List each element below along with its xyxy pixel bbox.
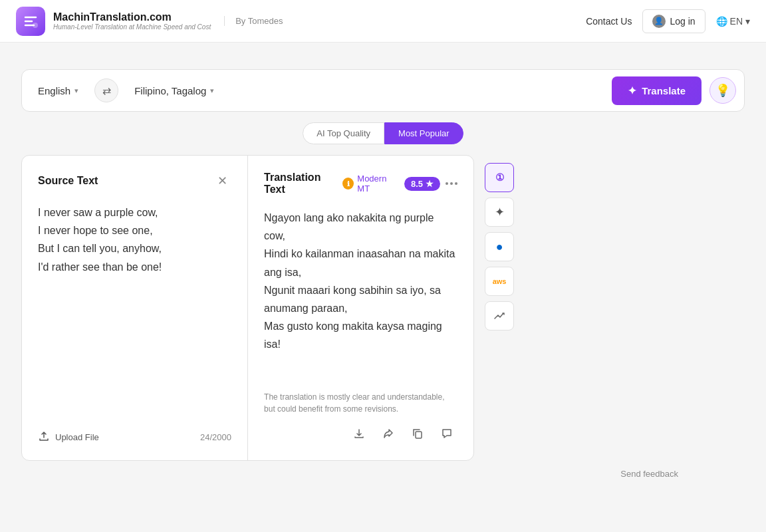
chart-icon (493, 309, 506, 323)
globe-icon: 🌐 (716, 16, 727, 27)
sidebar-openai-button[interactable]: ✦ (485, 198, 514, 227)
source-line-3: But I can tell you, anyhow, (38, 239, 231, 257)
source-line-1: I never saw a purple cow, (38, 203, 231, 221)
translated-text-content: Ngayon lang ako nakakita ng purple cow, … (264, 209, 457, 380)
dot-3 (455, 182, 457, 185)
translator-bar: English ▾ ⇄ Filipino, Tagalog ▾ ✦ Transl… (21, 69, 745, 112)
main-content: English ▾ ⇄ Filipino, Tagalog ▾ ✦ Transl… (0, 43, 766, 492)
translated-line-2: Hindi ko kailanman inaasahan na makita a… (264, 245, 457, 281)
sparkle-icon: ✦ (628, 84, 636, 97)
target-panel-footer: The translation is mostly clear and unde… (264, 380, 457, 444)
default-engine-icon: ① (495, 172, 504, 184)
source-line-4: I'd rather see than be one! (38, 258, 231, 276)
target-lang-chevron-icon: ▾ (210, 86, 214, 95)
contact-us-link[interactable]: Contact Us (586, 16, 632, 27)
login-label: Log in (670, 16, 695, 27)
target-panel-title: Translation Text (264, 172, 342, 196)
quality-tabs: AI Top Quality Most Popular (21, 122, 745, 144)
chevron-down-icon: ▾ (745, 16, 750, 27)
lightbulb-button[interactable]: 💡 (709, 77, 736, 104)
login-button[interactable]: 👤 Log in (642, 9, 705, 33)
dot-2 (450, 182, 453, 185)
upload-file-button[interactable]: Upload File (38, 430, 99, 444)
translated-line-4: Mas gusto kong makita kaysa maging isa! (264, 317, 457, 353)
translated-line-3: Ngunit maaari kong sabihin sa iyo, sa an… (264, 281, 457, 317)
score-badge: 8.5 ★ (404, 177, 440, 191)
source-language-label: English (38, 85, 70, 96)
tab-ai-top-quality[interactable]: AI Top Quality (303, 122, 384, 144)
lightbulb-icon: 💡 (715, 83, 730, 98)
action-buttons (264, 423, 457, 444)
source-panel-header: Source Text ✕ (38, 172, 231, 190)
translation-meta: ℹ Modern MT 8.5 ★ (342, 174, 457, 194)
translate-button-label: Translate (642, 85, 686, 96)
char-count: 24/2000 (200, 432, 231, 442)
source-lang-chevron-icon: ▾ (74, 86, 78, 95)
source-panel-footer: Upload File 24/2000 (38, 420, 231, 444)
header-left: MachinTranslation.com Human-Level Transl… (16, 7, 283, 36)
svg-point-0 (33, 23, 38, 28)
user-avatar-icon: 👤 (652, 15, 666, 28)
source-text-content[interactable]: I never saw a purple cow, I never hope t… (38, 203, 231, 420)
modern-mt-icon: ℹ (342, 178, 354, 190)
download-button[interactable] (348, 423, 370, 444)
score-value: 8.5 (411, 179, 423, 189)
translation-panel: Source Text ✕ I never saw a purple cow, … (21, 155, 474, 461)
header-right: Contact Us 👤 Log in 🌐 EN ▾ (586, 9, 750, 33)
score-star-icon: ★ (426, 179, 434, 189)
more-options-button[interactable] (446, 182, 457, 185)
source-panel: Source Text ✕ I never saw a purple cow, … (22, 156, 248, 460)
deepl-icon: ● (496, 240, 503, 254)
logo-title: MachinTranslation.com (53, 11, 211, 23)
modern-mt-info: ℹ Modern MT (342, 174, 399, 194)
tab-most-popular[interactable]: Most Popular (384, 122, 463, 144)
source-line-2: I never hope to see one, (38, 221, 231, 239)
upload-file-label: Upload File (55, 432, 99, 442)
comment-button[interactable] (436, 423, 457, 444)
target-language-label: Filipino, Tagalog (134, 85, 206, 96)
logo-icon (16, 7, 45, 36)
globe-lang: EN (730, 16, 743, 27)
sidebar-deepl-button[interactable]: ● (485, 232, 514, 261)
target-panel-header: Translation Text ℹ Modern MT 8.5 ★ (264, 172, 457, 196)
header: MachinTranslation.com Human-Level Transl… (0, 0, 766, 43)
close-source-button[interactable]: ✕ (213, 172, 231, 190)
target-panel: Translation Text ℹ Modern MT 8.5 ★ (248, 156, 473, 460)
quality-note: The translation is mostly clear and unde… (264, 391, 457, 415)
source-language-selector[interactable]: English ▾ (22, 70, 94, 111)
aws-icon: aws (493, 277, 507, 285)
source-panel-title: Source Text (38, 175, 98, 187)
send-feedback-link[interactable]: Send feedback (21, 461, 745, 479)
panel-area: Source Text ✕ I never saw a purple cow, … (21, 155, 745, 461)
sidebar-aws-button[interactable]: aws (485, 267, 514, 296)
logo-subtitle: Human-Level Translation at Machine Speed… (53, 23, 211, 31)
target-language-selector[interactable]: Filipino, Tagalog ▾ (118, 85, 612, 96)
sidebar-default-button[interactable]: ① (485, 163, 514, 192)
swap-languages-button[interactable]: ⇄ (94, 78, 118, 102)
close-icon: ✕ (217, 174, 227, 188)
sidebar-chart-button[interactable] (485, 301, 514, 331)
modern-mt-label: Modern MT (357, 174, 399, 194)
upload-icon (38, 430, 50, 444)
logo-text: MachinTranslation.com Human-Level Transl… (53, 11, 211, 31)
translate-button[interactable]: ✦ Translate (612, 76, 702, 105)
share-button[interactable] (378, 423, 399, 444)
right-sidebar: ① ✦ ● aws (479, 155, 519, 461)
translated-line-1: Ngayon lang ako nakakita ng purple cow, (264, 209, 457, 245)
openai-icon: ✦ (495, 205, 505, 219)
by-tomedes: By Tomedes (224, 16, 283, 26)
svg-rect-1 (416, 432, 422, 438)
copy-button[interactable] (407, 423, 428, 444)
dot-1 (446, 182, 448, 185)
language-globe-button[interactable]: 🌐 EN ▾ (716, 16, 750, 27)
